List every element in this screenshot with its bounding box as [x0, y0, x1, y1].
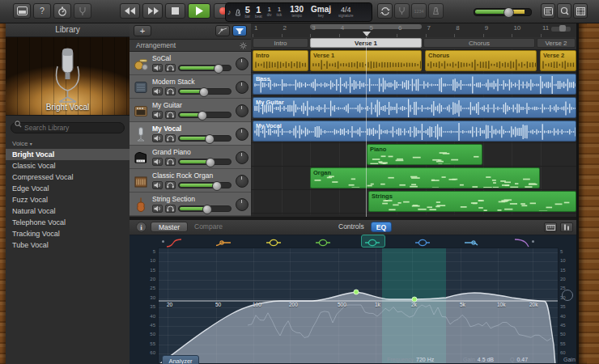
- loop-browser-button[interactable]: [557, 3, 571, 19]
- library-toggle-button[interactable]: [13, 3, 31, 19]
- eq-band-2-icon[interactable]: [215, 236, 232, 246]
- volume-knob[interactable]: [503, 7, 514, 18]
- compare-button[interactable]: Compare: [194, 222, 223, 231]
- playhead-handle[interactable]: [363, 32, 371, 36]
- tuner-lcd-button[interactable]: [394, 3, 410, 19]
- editors-button[interactable]: [541, 3, 555, 19]
- region-chorus[interactable]: Chorus: [425, 50, 537, 71]
- track-header[interactable]: String Section: [130, 193, 251, 216]
- library-item[interactable]: Fuzz Vocal: [6, 194, 130, 205]
- track-header[interactable]: SoCal: [130, 52, 251, 75]
- timer-button[interactable]: [53, 3, 71, 19]
- region-organ[interactable]: Organ: [310, 167, 540, 188]
- library-section-voice[interactable]: Voice ▾: [6, 137, 130, 149]
- track-volume-slider[interactable]: [178, 135, 232, 142]
- pan-knob[interactable]: [236, 175, 249, 188]
- track-volume-slider[interactable]: [178, 159, 232, 165]
- pan-knob[interactable]: [236, 104, 249, 117]
- track-header[interactable]: My Vocal: [130, 122, 251, 146]
- volume-thumb[interactable]: [198, 111, 207, 121]
- eq-band-3-icon[interactable]: [265, 236, 283, 246]
- timeline-ruler[interactable]: 1234567891011: [251, 23, 576, 38]
- keyboard-button[interactable]: [544, 222, 557, 232]
- region-intro[interactable]: Intro: [253, 50, 308, 71]
- pan-knob[interactable]: [236, 198, 249, 211]
- analyzer-button[interactable]: Analyzer: [162, 355, 199, 364]
- search-input[interactable]: [11, 122, 125, 133]
- mute-button[interactable]: [152, 158, 163, 166]
- readout-gain[interactable]: Gain4.5 dB: [463, 357, 494, 362]
- stop-button[interactable]: [165, 3, 185, 19]
- mute-button[interactable]: [152, 64, 163, 72]
- tab-eq[interactable]: EQ: [371, 222, 392, 232]
- tuner-button[interactable]: [74, 3, 91, 19]
- track-volume-slider[interactable]: [178, 112, 232, 118]
- readout-q[interactable]: Q0.47: [510, 357, 528, 362]
- readout-frequency[interactable]: Frequency720 Hz: [387, 357, 434, 362]
- cycle-region[interactable]: [310, 24, 422, 29]
- track-header[interactable]: My Guitar: [130, 99, 251, 122]
- gain-knob[interactable]: [562, 290, 573, 301]
- library-item[interactable]: Tracking Vocal: [6, 228, 130, 239]
- cycle-button[interactable]: [377, 3, 393, 19]
- solo-button[interactable]: [165, 87, 176, 95]
- track-header[interactable]: Modern Stack: [130, 75, 251, 99]
- zoom-slider[interactable]: [550, 26, 571, 32]
- library-item[interactable]: Bright Vocal: [6, 149, 130, 160]
- track-volume-slider[interactable]: [178, 205, 232, 212]
- track-header[interactable]: Grand Piano: [130, 146, 251, 169]
- library-item[interactable]: Natural Vocal: [6, 205, 130, 217]
- library-item[interactable]: Telephone Vocal: [6, 217, 130, 228]
- tab-controls[interactable]: Controls: [338, 222, 364, 231]
- volume-thumb[interactable]: [212, 181, 222, 191]
- library-item[interactable]: Classic Vocal: [6, 160, 130, 171]
- library-item[interactable]: Edge Vocal: [6, 183, 130, 194]
- pan-knob[interactable]: [236, 81, 249, 94]
- lcd-display[interactable]: ♪ 5bar 1beat 1div 1tick 130tempo Gmajkey…: [225, 2, 372, 22]
- pan-knob[interactable]: [236, 151, 249, 164]
- master-button[interactable]: Master: [151, 222, 188, 232]
- master-volume-slider[interactable]: [474, 8, 532, 16]
- metronome-button[interactable]: [428, 3, 444, 19]
- region-strings[interactable]: Strings: [368, 191, 576, 212]
- play-button[interactable]: [188, 3, 210, 19]
- solo-button[interactable]: [165, 158, 176, 166]
- mute-button[interactable]: [152, 111, 163, 119]
- track-header[interactable]: Classic Rock Organ: [130, 169, 251, 193]
- eq-band-6-icon[interactable]: [414, 236, 431, 246]
- mute-button[interactable]: [152, 134, 163, 142]
- info-button[interactable]: i: [136, 222, 147, 232]
- region-bass[interactable]: Bass: [253, 74, 576, 95]
- solo-button[interactable]: [165, 181, 176, 189]
- track-volume-slider[interactable]: [178, 65, 232, 71]
- forward-button[interactable]: [142, 3, 163, 19]
- automation-button[interactable]: [215, 25, 230, 36]
- count-in-button[interactable]: 1234: [411, 3, 427, 19]
- add-track-button[interactable]: +: [134, 25, 151, 36]
- region-my-vocal[interactable]: My Vocal: [253, 121, 576, 142]
- media-browser-button[interactable]: [573, 3, 588, 19]
- eq-band-7-icon[interactable]: [463, 236, 481, 246]
- track-mixer-button[interactable]: [232, 25, 247, 36]
- pan-knob[interactable]: [236, 128, 249, 141]
- region-verse-2[interactable]: Verse 2: [540, 50, 576, 71]
- library-item[interactable]: Compressed Vocal: [6, 171, 130, 183]
- mute-button[interactable]: [152, 87, 163, 95]
- eq-band-8-icon[interactable]: [513, 236, 531, 246]
- volume-thumb[interactable]: [214, 64, 223, 74]
- arrangement-row[interactable]: Arrangement: [130, 40, 251, 52]
- region-my-guitar[interactable]: My Guitar: [253, 97, 576, 118]
- arrangement-marker[interactable]: Verse 2: [537, 38, 576, 48]
- quick-help-button[interactable]: ?: [33, 3, 51, 19]
- eq-band-4-icon[interactable]: [314, 236, 332, 246]
- arrangement-marker[interactable]: Chorus: [423, 38, 535, 48]
- track-volume-slider[interactable]: [178, 182, 232, 188]
- gear-icon[interactable]: [240, 42, 247, 49]
- rewind-button[interactable]: [120, 3, 140, 19]
- solo-button[interactable]: [165, 111, 176, 119]
- solo-button[interactable]: [165, 134, 176, 142]
- library-item[interactable]: Tube Vocal: [6, 239, 130, 251]
- pan-knob[interactable]: [236, 57, 249, 70]
- eq-band-5-icon[interactable]: [363, 236, 381, 246]
- solo-button[interactable]: [165, 64, 176, 72]
